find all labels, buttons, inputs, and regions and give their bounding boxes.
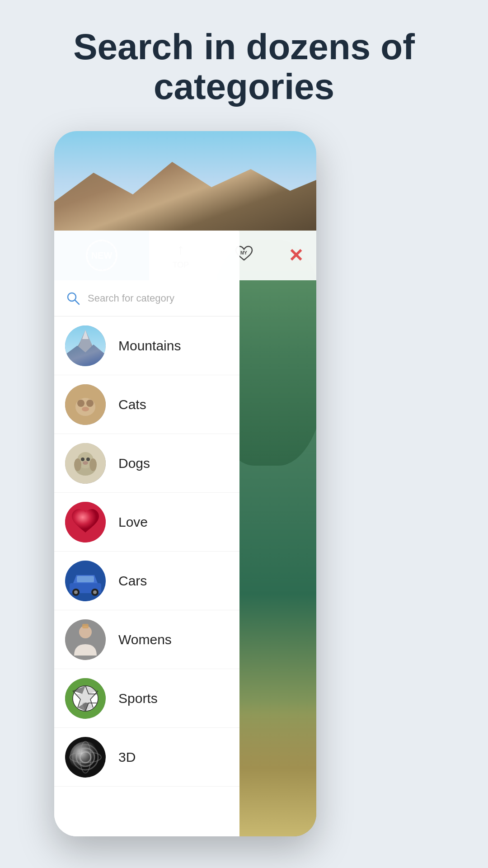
category-name: Womens: [118, 632, 172, 647]
list-item[interactable]: Cats: [54, 375, 239, 434]
svg-point-32: [93, 590, 97, 594]
svg-point-19: [74, 458, 81, 471]
category-thumb-love: [65, 502, 106, 542]
category-name: Love: [118, 514, 148, 530]
svg-point-12: [86, 400, 94, 407]
svg-text:MY: MY: [240, 250, 247, 255]
page-title: Search in dozens ofcategories: [0, 27, 488, 107]
svg-rect-35: [82, 624, 89, 628]
category-thumb-mountains: [65, 326, 106, 366]
list-item[interactable]: Womens: [54, 610, 239, 669]
category-thumb-womens: [65, 619, 106, 660]
category-thumb-cars: [65, 561, 106, 601]
list-item[interactable]: 3D: [54, 728, 239, 787]
category-name: Dogs: [118, 456, 150, 471]
svg-line-2: [75, 300, 79, 304]
list-item[interactable]: Cars: [54, 552, 239, 610]
mountain-scene-bg: [54, 131, 316, 231]
category-list: Mountains Cats: [54, 316, 239, 836]
category-name: Sports: [118, 691, 158, 706]
svg-point-30: [74, 590, 78, 594]
list-item[interactable]: Love: [54, 493, 239, 552]
list-item[interactable]: Mountains: [54, 316, 239, 375]
svg-point-23: [83, 461, 88, 465]
category-thumb-3d: [65, 737, 106, 778]
svg-rect-28: [77, 576, 94, 582]
category-name: Cars: [118, 573, 147, 589]
svg-point-20: [89, 458, 97, 471]
svg-point-22: [86, 458, 90, 461]
svg-rect-8: [65, 355, 106, 366]
search-bar[interactable]: Search for category: [54, 280, 239, 316]
category-name: Cats: [118, 397, 146, 412]
close-button[interactable]: ✕: [276, 231, 316, 280]
category-thumb-dogs: [65, 443, 106, 484]
close-icon: ✕: [288, 245, 304, 266]
svg-point-15: [82, 407, 89, 411]
search-placeholder: Search for category: [88, 292, 174, 304]
category-thumb-cats: [65, 384, 106, 425]
category-name: Mountains: [118, 338, 181, 354]
svg-point-11: [77, 400, 84, 407]
category-thumb-sports: [65, 678, 106, 719]
list-item[interactable]: Sports: [54, 669, 239, 728]
category-name: 3D: [118, 750, 136, 765]
svg-point-21: [81, 458, 84, 461]
list-item[interactable]: Dogs: [54, 434, 239, 493]
svg-point-39: [70, 741, 101, 773]
search-icon: [65, 290, 81, 307]
phone-frame: NEW ↑ TOP MY ✕: [54, 131, 316, 836]
